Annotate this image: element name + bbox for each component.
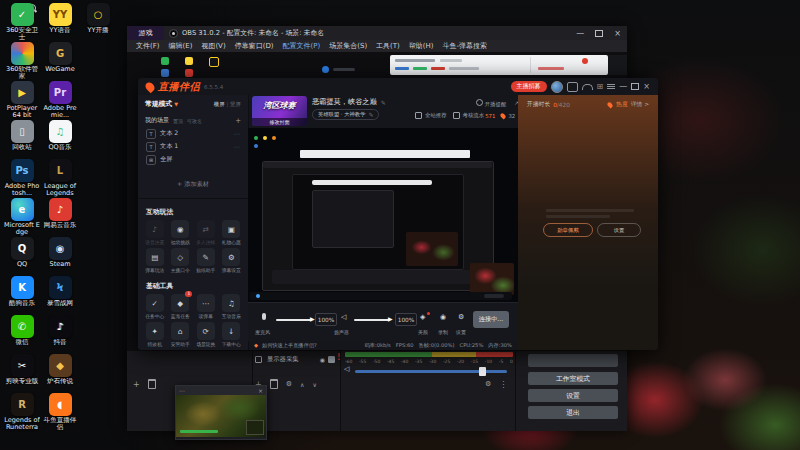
obs-menu-item-6[interactable]: 工具(T) [376, 41, 400, 51]
record-icon[interactable]: ◉ [440, 313, 446, 321]
obs-titlebar[interactable]: 游戏 OBS 31.0.2 - 配置文件: 未命名 - 场景: 未命名 — × [127, 26, 627, 40]
speaker-volume-value[interactable]: 100% [395, 313, 417, 326]
tile-read-danmu[interactable]: ⋯读弹幕 [193, 294, 219, 319]
heat-detail-link[interactable]: 详情 > [631, 100, 649, 109]
mixer-more-icon[interactable]: ⋮ [499, 380, 507, 389]
desktop-icon-qq-music[interactable]: ♫QQ音乐 [42, 120, 78, 151]
mini-window-close-icon[interactable]: × [258, 387, 263, 394]
tile-safety-helper[interactable]: ⌂安管助手 [168, 322, 194, 347]
beauty-icon[interactable]: ◈ [420, 313, 425, 321]
medal-wear-button[interactable]: 勋章佩戴 [543, 223, 593, 237]
desktop-icon-jianying[interactable]: ✂剪映专业版 [4, 354, 40, 385]
wegame-tab[interactable]: 游戏 [127, 26, 164, 40]
desktop-icon-battlenet[interactable]: Ϟ暴雪战网 [42, 276, 78, 307]
mixer-mute-icon[interactable]: ◁ [344, 365, 349, 373]
scene-item-1[interactable]: T文本 1⋯ [138, 140, 248, 153]
scene-item-more-icon[interactable]: ⋯ [234, 143, 240, 150]
desktop-icon-360-safe[interactable]: ✓360安全卫士 [4, 3, 40, 42]
obs-menu-item-5[interactable]: 场景集合(S) [329, 41, 367, 51]
mini-preview-window[interactable]: ⋯ × [175, 385, 267, 440]
desktop-icon-kugou-music[interactable]: K酷狗音乐 [4, 276, 40, 307]
desktop-icon-recycle-bin[interactable]: ▯回收站 [4, 120, 40, 151]
category-tag[interactable]: 英雄联盟 · 大神教学 ✎ [312, 109, 379, 120]
desktop-icon-qq[interactable]: QQQ [4, 237, 40, 268]
speaker-volume-slider[interactable] [354, 319, 390, 321]
scene-item-more-icon[interactable]: ⋯ [234, 130, 240, 137]
portrait-toggle[interactable]: 竖屏 [230, 101, 241, 107]
tile-co-watch[interactable]: ⇄多人连线 [193, 220, 219, 245]
companion-close-button[interactable]: × [643, 82, 650, 91]
speaker-icon[interactable]: ◁ [341, 313, 346, 321]
mini-window-titlebar[interactable]: ⋯ × [176, 386, 266, 395]
mixer-config-icon[interactable]: ⚙ [485, 380, 491, 388]
edit-title-icon[interactable]: ✎ [381, 99, 386, 106]
obs-menu-item-4[interactable]: 配置文件(P) [283, 41, 321, 51]
speaker-slider-knob[interactable]: ▶ [388, 315, 393, 322]
edit-cover-button[interactable]: 修改封面 [252, 118, 307, 126]
tile-effect-cam[interactable]: ✦特效机 [142, 322, 168, 347]
volume-slider-knob[interactable] [479, 367, 486, 376]
desktop-icon-douyu-companion[interactable]: ◖斗鱼直播伴侣 [42, 393, 78, 432]
footer-tip[interactable]: 如何快速上手直播伴侣? [262, 342, 317, 349]
grid-apps-icon[interactable]: ⊞ [597, 82, 604, 91]
tile-task-center[interactable]: ✓任务中心 [142, 294, 168, 319]
add-scene-button[interactable]: + [133, 380, 140, 389]
tile-lucky-bag[interactable]: ◉福袋挑战 [168, 220, 194, 245]
add-scene-icon[interactable]: + [235, 117, 241, 125]
obs-close-button[interactable]: × [614, 29, 621, 38]
obs-menu-item-8[interactable]: 斗鱼-弹幕搜索 [443, 41, 488, 51]
source-properties-icon[interactable]: ⚙ [286, 380, 292, 388]
connect-status-button[interactable]: 连接中... [473, 311, 509, 328]
live-reminder-button[interactable]: 开播提醒 [476, 99, 506, 108]
tile-voice-link[interactable]: ♪语音连麦 [142, 220, 168, 245]
microphone-icon[interactable] [262, 313, 266, 320]
companion-header[interactable]: 直播伴侣 6.5.5.4 主播招募 ⊞ — × [138, 78, 658, 95]
remove-source-button[interactable] [270, 379, 278, 389]
edit-category-icon[interactable]: ✎ [368, 111, 373, 118]
desktop-icon-steam[interactable]: ◉Steam [42, 237, 78, 268]
desktop-icon-photoshop[interactable]: PsAdobe Photosh... [4, 159, 40, 198]
tile-sticker-helper[interactable]: ✎贴纸助手 [193, 248, 219, 273]
stream-cover-card[interactable]: 湾区球赛 修改封面 [252, 96, 307, 126]
headset-icon[interactable] [582, 84, 593, 90]
tile-danmu-play[interactable]: ▤弹幕玩法 [142, 248, 168, 273]
pin-label[interactable]: 置顶 [173, 118, 183, 124]
obs-menu-item-7[interactable]: 帮助(H) [409, 41, 434, 51]
desktop-icon-wechat[interactable]: ✆微信 [4, 315, 40, 346]
source-row-display-capture[interactable]: 显示器采集 ◉ [255, 354, 337, 364]
scene-item-2[interactable]: ⊞全屏 [138, 153, 248, 166]
desktop-icon-360-manager[interactable]: 360软件管家 [4, 42, 40, 81]
tile-lanhai-task[interactable]: ◆1蓝海任务 [168, 294, 194, 319]
obs-maximize-button[interactable] [595, 30, 603, 37]
obs-exit-button[interactable]: 退出 [528, 406, 618, 419]
scene-item-0[interactable]: T文本 2⋯ [138, 127, 248, 140]
obs-partial-button[interactable] [528, 354, 618, 367]
desktop-icon-premiere[interactable]: PrAdobe Premie... [42, 81, 78, 120]
desktop-icon-yy-live[interactable]: ○YY开播 [80, 3, 116, 34]
desktop-icon-yy-voice[interactable]: YYYY语音 [42, 3, 78, 34]
chat-icon[interactable] [567, 82, 578, 92]
tile-gift-wish[interactable]: ▣礼物心愿 [219, 220, 245, 245]
desktop-icon-netease-music[interactable]: ♪网易云音乐 [42, 198, 78, 229]
tile-download-center[interactable]: ↓下载中心 [219, 322, 245, 347]
mini-window-more-icon[interactable]: ⋯ [179, 387, 185, 394]
obs-minimize-button[interactable]: — [576, 29, 584, 38]
desktop-icon-hearthstone[interactable]: ◆炉石传说 [42, 354, 78, 385]
desktop-icon-edge[interactable]: eMicrosoft Edge [4, 198, 40, 237]
source-move-up-icon[interactable]: ∧ [300, 381, 304, 388]
add-material-button[interactable]: + 添加素材 [138, 180, 248, 189]
hamburger-menu-icon[interactable] [607, 84, 615, 89]
mic-volume-value[interactable]: 100% [315, 313, 337, 326]
remove-scene-button[interactable] [148, 379, 156, 389]
rename-label[interactable]: 可改名 [187, 118, 202, 124]
source-visibility-icon[interactable]: ◉ [320, 356, 325, 363]
companion-maximize-button[interactable] [631, 83, 639, 90]
panel-settings-button[interactable]: 设置 [597, 223, 641, 237]
mic-volume-slider[interactable] [276, 319, 312, 321]
obs-menu-item-1[interactable]: 编辑(E) [169, 41, 193, 51]
desktop-icon-runeterra[interactable]: RLegends of Runeterra [4, 393, 40, 432]
tile-scene-rotate[interactable]: ⟳场景轮换 [193, 322, 219, 347]
companion-minimize-button[interactable]: — [619, 82, 627, 91]
settings-icon[interactable]: ⚙ [458, 313, 464, 321]
recruit-badge[interactable]: 主播招募 [511, 81, 547, 92]
